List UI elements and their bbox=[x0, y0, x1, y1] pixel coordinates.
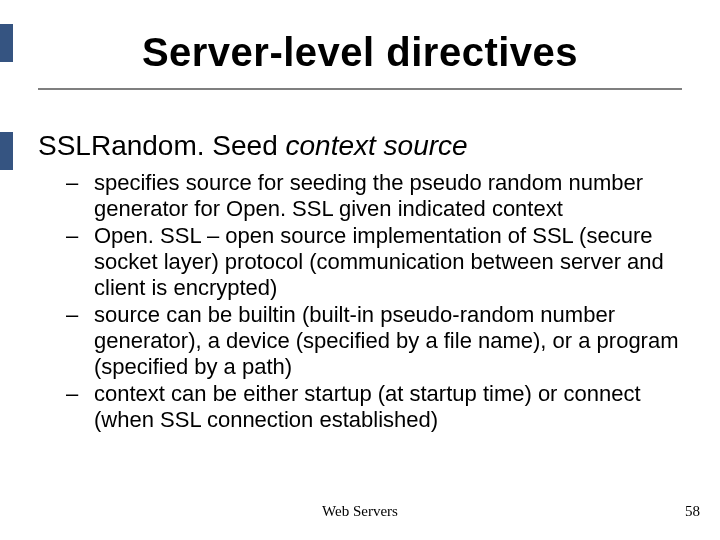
list-item: source can be builtin (built-in pseudo-r… bbox=[94, 302, 682, 380]
accent-bar-mid bbox=[0, 132, 13, 170]
title-area: Server-level directives bbox=[0, 30, 720, 75]
title-underline bbox=[38, 88, 682, 90]
content-area: SSLRandom. Seed context source specifies… bbox=[38, 130, 682, 434]
bullet-list: specifies source for seeding the pseudo … bbox=[38, 170, 682, 433]
slide: Server-level directives SSLRandom. Seed … bbox=[0, 0, 720, 540]
directive-heading: SSLRandom. Seed context source bbox=[38, 130, 682, 162]
list-item: context can be either startup (at startu… bbox=[94, 381, 682, 433]
list-item: Open. SSL – open source implementation o… bbox=[94, 223, 682, 301]
list-item: specifies source for seeding the pseudo … bbox=[94, 170, 682, 222]
directive-args: context source bbox=[286, 130, 468, 161]
footer-title: Web Servers bbox=[0, 503, 720, 520]
directive-name: SSLRandom. Seed bbox=[38, 130, 278, 161]
page-number: 58 bbox=[685, 503, 700, 520]
slide-title: Server-level directives bbox=[0, 30, 720, 75]
